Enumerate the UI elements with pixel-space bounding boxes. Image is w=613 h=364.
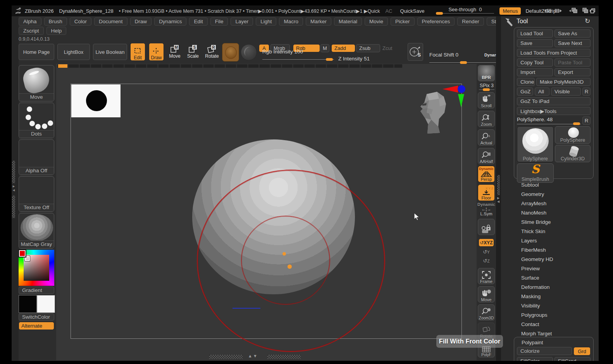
load-tool-button[interactable]: Load Tool <box>517 29 553 38</box>
scroll-button[interactable]: Scroll <box>478 92 495 108</box>
left-divider-grip[interactable] <box>12 161 15 183</box>
rotate-tool-button[interactable]: R Rotate <box>204 45 220 59</box>
focal-shift-handle[interactable] <box>460 61 467 64</box>
menu-item[interactable]: Marker <box>306 17 331 26</box>
mode-zsub-button[interactable]: Zsub <box>356 44 380 52</box>
hue-cursor[interactable] <box>19 250 26 257</box>
clone-button[interactable]: Clone <box>517 78 535 86</box>
zoom3d-button[interactable]: Zoom3D <box>478 304 495 321</box>
menu-item[interactable]: Color <box>70 17 91 26</box>
rgb-intensity-slider[interactable]: Rgb Intensity 100 <box>262 55 334 61</box>
menu-item[interactable]: Brush <box>44 17 67 26</box>
current-brush-button[interactable]: Move <box>19 65 54 101</box>
frame-button[interactable]: Frame <box>478 268 495 284</box>
main-color-swatch[interactable] <box>19 295 37 313</box>
see-through-slider[interactable]: See-through 0 <box>436 7 494 14</box>
lightbox-button[interactable]: LightBox <box>57 44 90 60</box>
spotlight-icon[interactable] <box>241 44 257 60</box>
floor-button[interactable]: X Y Z Floor <box>478 184 495 201</box>
menu-item[interactable]: Dynamics <box>154 17 186 26</box>
subpalette-header[interactable]: FiberMesh <box>514 246 595 255</box>
subpalette-header[interactable]: Masking <box>514 292 595 301</box>
mode-m-button[interactable]: M <box>320 44 329 52</box>
mode-zcut-button[interactable]: Zcut <box>382 45 392 51</box>
goz-button[interactable]: GoZ <box>517 88 533 96</box>
local-camera-button[interactable] <box>478 219 495 235</box>
alternate-button[interactable]: Alternate <box>19 322 54 330</box>
home-page-button[interactable]: Home Page <box>19 44 54 60</box>
menu-item[interactable]: Picker <box>391 17 415 26</box>
subpalette-header[interactable]: ArrayMesh <box>514 199 595 208</box>
paste-tool-button[interactable]: Paste Tool <box>554 58 591 67</box>
subpalette-header[interactable]: Subtool <box>514 180 595 190</box>
menus-button[interactable]: Menus <box>499 7 521 15</box>
make-polymesh3d-button[interactable]: Make PolyMesh3D <box>536 78 591 86</box>
active-tool-handle[interactable] <box>573 122 580 125</box>
subpalette-header[interactable]: Geometry HD <box>514 255 595 264</box>
polypaint-header[interactable]: Polypaint <box>517 340 591 345</box>
active-tool-r-button[interactable]: R <box>582 117 591 125</box>
current-material-tray-button[interactable]: MatCap Gray <box>19 213 54 249</box>
stroke-curve-button[interactable]: S <box>408 43 423 61</box>
spix-slider[interactable]: SPix 3 <box>478 83 495 91</box>
edit-button[interactable]: Edit <box>130 43 145 61</box>
menu-item[interactable]: Alpha <box>19 17 41 26</box>
export-button[interactable]: Export <box>554 68 591 76</box>
save-button[interactable]: Save <box>517 39 553 47</box>
persp-button[interactable]: Dynamic Persp <box>478 166 495 182</box>
menu-item[interactable]: Light <box>256 17 276 26</box>
move-tool-button[interactable]: M Move <box>167 45 182 59</box>
grd-button[interactable]: Grd <box>573 347 591 355</box>
right-divider-grip[interactable] <box>497 175 500 195</box>
right-divider-arrows[interactable]: ▶◀ <box>497 196 499 203</box>
see-through-track[interactable] <box>436 13 494 14</box>
subpalette-header[interactable]: Deformation <box>514 283 595 292</box>
current-alpha-button[interactable]: Alpha Off <box>19 139 54 175</box>
lightbox-tab-strip[interactable] <box>57 64 402 68</box>
actual-button[interactable]: x1 Actual <box>478 129 495 146</box>
goz-r-button[interactable]: R <box>582 88 591 96</box>
live-boolean-button[interactable]: Live Boolean <box>93 44 127 60</box>
goz-to-ipad-button[interactable]: GoZ To iPad <box>517 97 591 105</box>
menu-item[interactable]: Material <box>334 17 362 26</box>
import-button[interactable]: Import <box>517 68 553 76</box>
active-tool-slider[interactable]: PolySphere. 48 <box>517 117 581 125</box>
rotate-y-button[interactable]: ↺Y <box>480 249 492 255</box>
copy-tool-button[interactable]: Copy Tool <box>517 58 553 67</box>
subpalette-header[interactable]: Thick Skin <box>514 227 595 236</box>
bottom-tray-arrows[interactable]: ▲▼ <box>248 354 258 358</box>
menu-item[interactable]: File <box>210 17 228 26</box>
polysphere-small-thumbnail[interactable]: PolySphere <box>555 126 591 144</box>
color-picker[interactable] <box>19 250 54 286</box>
focal-shift-slider[interactable]: Focal Shift 0 <box>429 58 500 64</box>
quicksave-button[interactable]: QuickSave <box>400 8 425 14</box>
switchcolor-button[interactable]: SwitchColor <box>19 313 54 321</box>
lsym-button[interactable]: ←¦→ L.Sym <box>478 207 495 216</box>
panel-refresh-icon[interactable]: ↺ <box>585 17 590 25</box>
divider-bars-icons[interactable] <box>542 8 565 14</box>
restore-icon[interactable] <box>590 8 596 14</box>
aahalf-button[interactable]: AAHalf <box>478 148 495 164</box>
current-material-button[interactable] <box>222 43 239 62</box>
subpalette-header[interactable]: Visibility <box>514 301 595 311</box>
menu-item[interactable]: Edit <box>189 17 207 26</box>
current-stroke-button[interactable]: Dots <box>19 103 54 138</box>
left-divider-arrows[interactable]: ►◄ <box>12 184 15 192</box>
subpalette-header[interactable]: Preview <box>514 264 595 273</box>
bottom-tray-grip-right[interactable] <box>267 355 301 359</box>
menu-item[interactable]: Macro <box>279 17 303 26</box>
save-as-button[interactable]: Save As <box>554 29 591 38</box>
scale-tool-button[interactable]: S Scale <box>186 45 200 59</box>
goz-visible-button[interactable]: Visible <box>551 88 581 96</box>
bottom-tray-grip-left[interactable] <box>209 355 243 359</box>
move-nav-button[interactable]: Move <box>478 286 495 302</box>
subpalette-header[interactable]: Slime Bridge <box>514 218 595 227</box>
cylinder3d-thumbnail[interactable]: Cylinder3D <box>555 145 591 162</box>
menu-item[interactable]: Render <box>457 17 484 26</box>
subpalette-header[interactable]: Polygroups <box>514 311 595 320</box>
colorize-button[interactable]: Colorize <box>517 347 572 355</box>
draw-button[interactable]: Draw <box>149 43 164 61</box>
rgb-intensity-handle[interactable] <box>326 58 333 61</box>
menu-item[interactable]: Layer <box>231 17 253 26</box>
left-divider-grip2[interactable] <box>12 196 15 218</box>
